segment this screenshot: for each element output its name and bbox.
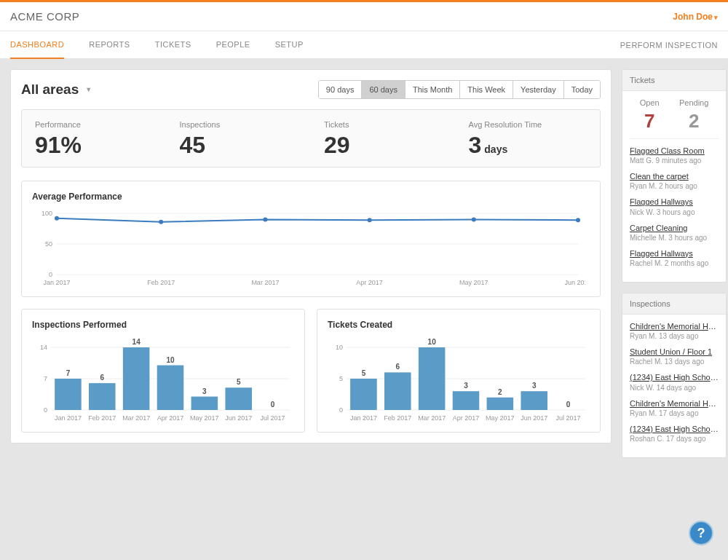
app-header: ACME CORP John Doe▾ xyxy=(0,2,728,31)
item-link[interactable]: Student Union / Floor 1 xyxy=(630,347,719,357)
svg-text:Jun 2017: Jun 2017 xyxy=(521,414,547,422)
svg-text:50: 50 xyxy=(45,240,52,248)
item-link[interactable]: Children's Memorial Hosp... xyxy=(630,399,719,409)
nav-dashboard[interactable]: DASHBOARD xyxy=(10,31,64,59)
item-meta: Roshan C. 17 days ago xyxy=(630,435,719,443)
svg-point-8 xyxy=(263,217,267,221)
list-item: Children's Memorial Hosp...Ryan M. 13 da… xyxy=(630,322,719,340)
list-item: Clean the carpetRyan M. 2 hours ago xyxy=(630,172,719,190)
svg-point-11 xyxy=(576,218,580,222)
svg-rect-33 xyxy=(157,366,184,410)
svg-rect-24 xyxy=(55,379,82,410)
kpi-tickets: Tickets 29 xyxy=(311,120,456,157)
line-chart: 050100Jan 2017Feb 2017Mar 2017Apr 2017Ma… xyxy=(32,209,585,289)
range-yesterday[interactable]: Yesterday xyxy=(513,81,564,98)
dashboard-header: All areas ▼ 90 days 60 days This Month T… xyxy=(21,80,601,99)
item-meta: Michelle M. 3 hours ago xyxy=(630,234,719,242)
svg-text:May 2017: May 2017 xyxy=(190,414,219,422)
svg-text:Jun 2017: Jun 2017 xyxy=(564,279,585,286)
list-item: Flagged HallwaysRachel M. 2 months ago xyxy=(630,249,719,267)
kpi-label: Inspections xyxy=(180,120,298,129)
item-link[interactable]: Children's Memorial Hosp... xyxy=(630,322,719,331)
main-nav: DASHBOARD REPORTS TICKETS PEOPLE SETUP P… xyxy=(0,31,728,59)
bar-chart: 07147Jan 20176Feb 201714Mar 201710Apr 20… xyxy=(32,337,294,425)
svg-text:Mar 2017: Mar 2017 xyxy=(251,279,279,286)
list-item: (1234) East High School ...Roshan C. 17 … xyxy=(630,425,719,443)
svg-text:7: 7 xyxy=(44,375,47,382)
kpi-avg-resolution: Avg Resolution Time 3days xyxy=(456,120,601,157)
ticket-counts: Open 7 Pending 2 xyxy=(630,98,719,133)
area-selector[interactable]: All areas ▼ xyxy=(21,82,92,98)
chart-title: Tickets Created xyxy=(328,320,590,330)
item-link[interactable]: Carpet Cleaning xyxy=(630,224,719,233)
svg-text:3: 3 xyxy=(464,382,468,390)
svg-text:14: 14 xyxy=(40,344,47,351)
user-name: John Doe xyxy=(673,12,713,22)
svg-text:0: 0 xyxy=(339,406,343,414)
kpi-value: 45 xyxy=(180,133,298,157)
range-60days[interactable]: 60 days xyxy=(362,81,405,98)
range-thisweek[interactable]: This Week xyxy=(460,81,513,98)
range-today[interactable]: Today xyxy=(564,81,600,98)
svg-text:3: 3 xyxy=(532,382,537,390)
chart-average-performance: Average Performance 050100Jan 2017Feb 20… xyxy=(21,181,601,297)
svg-text:5: 5 xyxy=(362,369,366,377)
item-meta: Nick W. 14 days ago xyxy=(630,384,719,392)
item-link[interactable]: Clean the carpet xyxy=(630,172,719,181)
perform-inspection-link[interactable]: PERFORM INSPECTION xyxy=(620,41,718,50)
nav-reports[interactable]: REPORTS xyxy=(89,31,130,58)
inspection-list: Children's Memorial Hosp...Ryan M. 13 da… xyxy=(630,322,719,443)
svg-text:Apr 2017: Apr 2017 xyxy=(157,414,184,422)
chart-title: Inspections Performed xyxy=(32,320,294,330)
svg-text:Feb 2017: Feb 2017 xyxy=(147,279,175,286)
svg-text:Feb 2017: Feb 2017 xyxy=(384,414,411,422)
kpi-value: 91% xyxy=(35,133,154,157)
nav-setup[interactable]: SETUP xyxy=(275,31,304,58)
item-meta: Nick W. 3 hours ago xyxy=(630,208,719,216)
item-link[interactable]: (1234) East High School ... xyxy=(630,373,719,382)
nav-tickets[interactable]: TICKETS xyxy=(155,31,191,58)
svg-rect-59 xyxy=(453,391,480,410)
nav-links: DASHBOARD REPORTS TICKETS PEOPLE SETUP xyxy=(10,31,328,58)
kpi-value: 29 xyxy=(324,133,443,157)
svg-text:3: 3 xyxy=(202,387,207,395)
item-link[interactable]: Flagged Class Room xyxy=(630,146,719,156)
svg-text:Jan 2017: Jan 2017 xyxy=(55,414,82,422)
item-meta: Ryan M. 17 days ago xyxy=(630,409,719,417)
svg-text:0: 0 xyxy=(44,406,47,414)
item-link[interactable]: Flagged Hallways xyxy=(630,197,719,207)
svg-text:May 2017: May 2017 xyxy=(459,279,488,286)
kpi-label: Tickets xyxy=(324,120,443,129)
dashboard-main: All areas ▼ 90 days 60 days This Month T… xyxy=(10,69,612,443)
panel-body: Open 7 Pending 2 Flagged Class RoomMatt … xyxy=(622,91,726,282)
nav-people[interactable]: PEOPLE xyxy=(216,31,250,58)
range-90days[interactable]: 90 days xyxy=(319,81,363,98)
svg-text:0: 0 xyxy=(49,271,52,278)
svg-text:Apr 2017: Apr 2017 xyxy=(356,279,383,286)
sidebar: Tickets Open 7 Pending 2 Flagged Class R… xyxy=(622,69,727,458)
open-value: 7 xyxy=(640,110,660,133)
svg-text:Jul 2017: Jul 2017 xyxy=(261,414,285,422)
pending-value: 2 xyxy=(679,110,708,133)
svg-text:Jan 2017: Jan 2017 xyxy=(43,279,70,286)
svg-text:10: 10 xyxy=(336,344,343,351)
ticket-list: Flagged Class RoomMatt G. 9 minutes agoC… xyxy=(630,146,719,267)
user-menu[interactable]: John Doe▾ xyxy=(673,12,718,22)
svg-text:10: 10 xyxy=(166,356,175,364)
svg-text:5: 5 xyxy=(237,378,241,386)
panel-header: Tickets xyxy=(622,70,726,91)
range-thismonth[interactable]: This Month xyxy=(405,81,460,98)
svg-rect-36 xyxy=(191,397,218,410)
svg-rect-50 xyxy=(350,379,377,410)
list-item: (1234) East High School ...Nick W. 14 da… xyxy=(630,373,719,391)
kpi-label: Avg Resolution Time xyxy=(469,120,587,129)
kpi-unit: days xyxy=(484,143,507,155)
item-meta: Rachel M. 2 months ago xyxy=(630,259,719,267)
kpi-value: 3 xyxy=(469,132,482,158)
item-meta: Matt G. 9 minutes ago xyxy=(630,157,719,165)
svg-rect-27 xyxy=(89,383,116,410)
svg-text:May 2017: May 2017 xyxy=(486,414,515,422)
item-link[interactable]: (1234) East High School ... xyxy=(630,425,719,434)
item-link[interactable]: Flagged Hallways xyxy=(630,249,719,259)
chart-inspections: Inspections Performed 07147Jan 20176Feb … xyxy=(21,309,305,433)
